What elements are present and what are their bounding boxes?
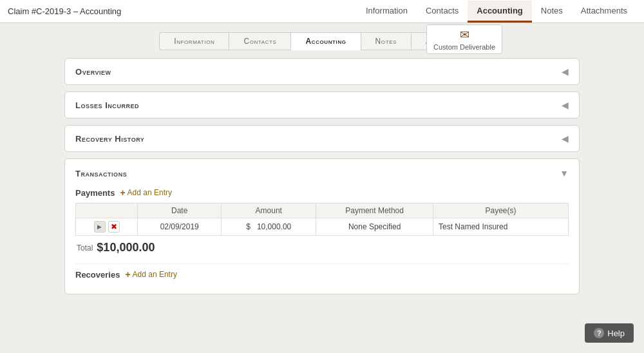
table-row: ▶ ✖ 02/09/2019 $ 10,000.00 None Specifie… xyxy=(76,218,569,236)
col-payees: Payee(s) xyxy=(433,204,569,218)
total-amount: $10,000.00 xyxy=(97,241,155,254)
losses-incurred-title: Losses Incurred xyxy=(75,100,139,110)
payments-label: Payments xyxy=(75,188,115,198)
plus-icon: + xyxy=(120,187,125,198)
transactions-header: Transactions ▼ xyxy=(75,168,569,178)
payments-header: Payments + Add an Entry xyxy=(75,187,569,198)
tab-information[interactable]: Information xyxy=(159,32,229,50)
recovery-history-title: Recovery History xyxy=(75,134,144,144)
payment-payee: Test Named Insured xyxy=(433,218,569,236)
top-nav-contacts[interactable]: Contacts xyxy=(417,1,468,23)
recovery-history-section[interactable]: Recovery History ◀ xyxy=(64,125,580,152)
total-row: Total $10,000.00 xyxy=(75,241,569,254)
custom-deliverable-label: Custom Deliverable xyxy=(433,43,495,51)
recovery-history-collapse-icon: ◀ xyxy=(562,133,569,144)
payments-table: Date Amount Payment Method Payee(s) ▶ ✖ … xyxy=(75,203,569,236)
col-date: Date xyxy=(138,204,222,218)
col-actions xyxy=(76,204,138,218)
top-bar: Claim #C-2019-3 – Accounting Information… xyxy=(0,0,644,23)
payment-date: 02/09/2019 xyxy=(138,218,222,236)
payment-method: None Specified xyxy=(316,218,433,236)
add-payment-button[interactable]: + Add an Entry xyxy=(120,187,172,198)
plus-icon-recovery: + xyxy=(125,269,130,280)
top-nav-accounting[interactable]: Accounting xyxy=(468,1,532,23)
col-payment-method: Payment Method xyxy=(316,204,433,218)
add-payment-label: Add an Entry xyxy=(128,188,172,197)
top-nav-information[interactable]: Information xyxy=(357,1,417,23)
top-navigation: Information Contacts Accounting Notes At… xyxy=(357,1,636,23)
help-icon: ? xyxy=(594,328,604,338)
add-recovery-button[interactable]: + Add an Entry xyxy=(125,269,177,280)
overview-title: Overview xyxy=(75,67,111,77)
help-label: Help xyxy=(607,329,625,338)
tab-accounting[interactable]: Accounting xyxy=(290,32,360,50)
tab-bar: Information Contacts Accounting Notes At… xyxy=(0,32,644,50)
payment-amount: $ 10,000.00 xyxy=(222,218,316,236)
recoveries-header: Recoveries + Add an Entry xyxy=(75,269,569,280)
transactions-section: Transactions ▼ Payments + Add an Entry D… xyxy=(64,158,580,294)
total-label: Total xyxy=(77,243,93,253)
col-amount: Amount xyxy=(222,204,316,218)
row-actions-cell: ▶ ✖ xyxy=(76,218,138,236)
envelope-icon: ✉ xyxy=(460,28,469,42)
losses-incurred-collapse-icon: ◀ xyxy=(562,100,569,110)
amount-symbol: $ xyxy=(246,222,251,231)
amount-value: 10,000.00 xyxy=(257,222,291,231)
page-title: Claim #C-2019-3 – Accounting xyxy=(8,6,121,16)
play-button[interactable]: ▶ xyxy=(94,221,106,233)
top-nav-notes[interactable]: Notes xyxy=(532,1,572,23)
transactions-collapse-icon[interactable]: ▼ xyxy=(560,168,569,178)
help-button[interactable]: ? Help xyxy=(585,323,634,343)
overview-section[interactable]: Overview ◀ xyxy=(64,58,580,85)
tab-contacts[interactable]: Contacts xyxy=(229,32,290,50)
delete-button[interactable]: ✖ xyxy=(108,221,120,233)
tab-notes[interactable]: Notes xyxy=(361,32,411,50)
transactions-title: Transactions xyxy=(75,169,127,178)
main-content: Overview ◀ Losses Incurred ◀ Recovery Hi… xyxy=(0,50,644,302)
recoveries-section: Recoveries + Add an Entry xyxy=(75,263,569,280)
add-recovery-label: Add an Entry xyxy=(133,270,177,279)
custom-deliverable-button[interactable]: ✉ Custom Deliverable xyxy=(426,24,502,54)
overview-collapse-icon: ◀ xyxy=(562,66,569,77)
top-nav-attachments[interactable]: Attachments xyxy=(572,1,636,23)
recoveries-label: Recoveries xyxy=(75,270,120,280)
losses-incurred-section[interactable]: Losses Incurred ◀ xyxy=(64,91,580,119)
